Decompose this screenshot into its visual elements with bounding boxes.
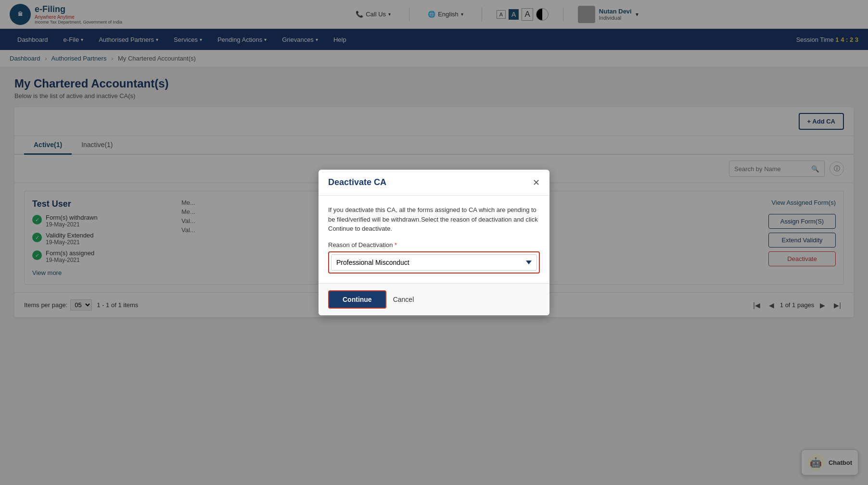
modal-description: If you deactivate this CA, all the forms… [328, 205, 540, 234]
modal-header: Deactivate CA ✕ [319, 170, 549, 196]
reason-field-wrapper: Professional Misconduct No Longer Requir… [328, 251, 540, 274]
modal-body: If you deactivate this CA, all the forms… [319, 196, 549, 283]
modal-overlay[interactable]: Deactivate CA ✕ If you deactivate this C… [0, 0, 868, 480]
modal-footer: Continue Cancel [319, 283, 549, 315]
modal-close-button[interactable]: ✕ [533, 178, 540, 187]
reason-label: Reason of Deactivation * [328, 241, 540, 249]
reason-form-group: Reason of Deactivation * Professional Mi… [328, 241, 540, 274]
modal-title: Deactivate CA [328, 177, 386, 187]
continue-button[interactable]: Continue [328, 290, 386, 309]
cancel-button[interactable]: Cancel [393, 296, 414, 303]
deactivate-modal: Deactivate CA ✕ If you deactivate this C… [319, 170, 549, 315]
required-marker: * [395, 241, 397, 249]
reason-select[interactable]: Professional Misconduct No Longer Requir… [331, 254, 537, 271]
